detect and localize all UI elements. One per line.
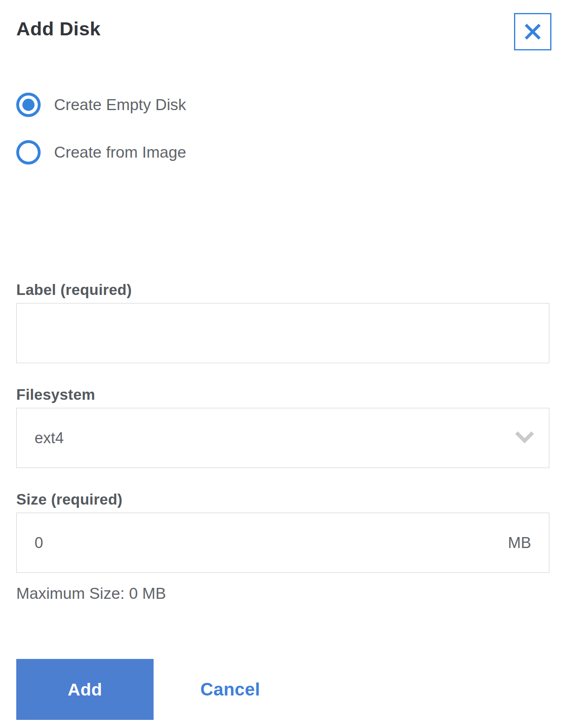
dialog-header: Add Disk bbox=[16, 16, 549, 42]
filesystem-select[interactable]: ext4 bbox=[16, 408, 549, 468]
radio-label: Create from Image bbox=[54, 143, 186, 161]
label-field-label: Label (required) bbox=[16, 281, 549, 299]
size-input-wrap: MB bbox=[16, 513, 549, 573]
size-input[interactable] bbox=[35, 513, 508, 572]
max-size-helper-text: Maximum Size: 0 MB bbox=[16, 585, 549, 602]
disk-mode-radio-group: Create Empty Disk Create from Image bbox=[16, 93, 549, 165]
radio-create-empty-disk[interactable]: Create Empty Disk bbox=[16, 93, 549, 117]
close-icon bbox=[524, 23, 542, 41]
close-button[interactable] bbox=[514, 13, 551, 50]
radio-unselected-icon[interactable] bbox=[16, 140, 41, 165]
radio-selected-icon[interactable] bbox=[16, 93, 41, 117]
chevron-down-icon bbox=[515, 431, 534, 445]
size-field-group: Size (required) MB Maximum Size: 0 MB bbox=[16, 490, 549, 602]
label-input[interactable] bbox=[16, 303, 549, 363]
filesystem-field-label: Filesystem bbox=[16, 386, 549, 404]
radio-create-from-image[interactable]: Create from Image bbox=[16, 140, 549, 165]
add-disk-dialog: Add Disk Create Empty Disk Create from I… bbox=[0, 0, 564, 728]
dialog-actions: Add Cancel bbox=[16, 659, 260, 720]
filesystem-selected-value: ext4 bbox=[35, 429, 64, 447]
label-field-group: Label (required) bbox=[16, 281, 549, 363]
add-button[interactable]: Add bbox=[16, 659, 154, 720]
size-field-label: Size (required) bbox=[16, 490, 549, 509]
cancel-button[interactable]: Cancel bbox=[200, 679, 260, 700]
size-unit-label: MB bbox=[508, 534, 531, 552]
radio-label: Create Empty Disk bbox=[54, 96, 186, 114]
dialog-title: Add Disk bbox=[16, 16, 549, 41]
filesystem-field-group: Filesystem ext4 bbox=[16, 386, 549, 468]
